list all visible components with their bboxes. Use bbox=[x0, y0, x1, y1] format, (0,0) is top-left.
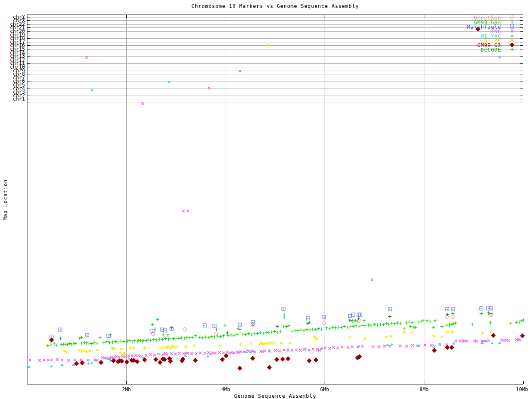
data-point: × bbox=[181, 209, 185, 213]
data-point: × bbox=[311, 347, 315, 351]
data-point: + bbox=[225, 331, 229, 335]
data-point bbox=[306, 317, 310, 320]
data-point: × bbox=[66, 358, 71, 362]
data-point bbox=[245, 350, 248, 353]
data-point: * bbox=[315, 338, 318, 342]
data-point: + bbox=[79, 335, 84, 340]
data-point bbox=[438, 343, 441, 345]
data-point bbox=[50, 365, 53, 367]
data-point: + bbox=[433, 319, 437, 323]
data-point: * bbox=[389, 335, 393, 339]
data-point: + bbox=[451, 312, 455, 316]
data-point: * bbox=[132, 347, 135, 351]
x-tick-label: 4Mb bbox=[217, 387, 235, 392]
data-point bbox=[390, 343, 394, 345]
data-point: * bbox=[288, 342, 292, 346]
legend-symbol: + bbox=[510, 20, 514, 24]
data-point: × bbox=[346, 345, 350, 350]
data-point: * bbox=[481, 332, 484, 336]
data-point: + bbox=[431, 325, 436, 330]
data-point bbox=[388, 308, 392, 311]
legend-symbol bbox=[510, 34, 514, 37]
data-point: × bbox=[360, 344, 365, 348]
data-point: * bbox=[363, 338, 367, 342]
data-point: * bbox=[65, 352, 68, 355]
data-point: + bbox=[155, 318, 160, 322]
data-point: * bbox=[113, 348, 117, 352]
data-point: * bbox=[280, 342, 283, 346]
data-point: * bbox=[184, 346, 187, 350]
data-point: + bbox=[348, 318, 352, 323]
data-point: * bbox=[192, 345, 196, 349]
data-point: × bbox=[518, 337, 522, 342]
data-point: + bbox=[521, 318, 525, 322]
data-point: × bbox=[263, 349, 267, 353]
data-point bbox=[27, 365, 31, 368]
data-point: + bbox=[236, 326, 240, 330]
data-point: × bbox=[371, 345, 375, 349]
data-point: × bbox=[350, 345, 354, 349]
data-point: × bbox=[294, 348, 298, 352]
data-point: × bbox=[335, 346, 340, 350]
data-point: * bbox=[432, 335, 436, 339]
data-point: * bbox=[446, 331, 449, 335]
legend-label: DeCODE bbox=[414, 47, 501, 53]
data-point: + bbox=[58, 336, 62, 340]
data-point: × bbox=[253, 350, 257, 354]
data-point: × bbox=[173, 352, 177, 356]
chart-title: Chromosome 10 Markers vs Genome Sequence… bbox=[27, 3, 523, 9]
x-tick-bottom bbox=[523, 381, 524, 384]
data-point bbox=[498, 341, 501, 344]
data-point: × bbox=[506, 338, 510, 342]
data-point bbox=[480, 341, 484, 344]
data-point bbox=[498, 55, 501, 58]
data-point bbox=[351, 313, 355, 317]
x-tick-label: 8Mb bbox=[415, 387, 433, 392]
data-point: × bbox=[475, 339, 479, 343]
data-point: * bbox=[218, 345, 222, 349]
data-point bbox=[167, 81, 171, 83]
data-point: × bbox=[186, 209, 190, 213]
data-point bbox=[249, 351, 253, 353]
data-point bbox=[203, 324, 207, 328]
data-point: * bbox=[410, 332, 414, 336]
data-point: * bbox=[451, 331, 454, 335]
data-point: × bbox=[278, 349, 282, 353]
data-point: + bbox=[428, 319, 432, 323]
legend-symbol: + bbox=[510, 47, 514, 52]
data-point: * bbox=[239, 344, 242, 347]
data-point: × bbox=[177, 351, 182, 355]
data-point: + bbox=[54, 343, 58, 347]
data-point: × bbox=[404, 344, 409, 348]
figure: Chromosome 10 Markers vs Genome Sequence… bbox=[0, 0, 532, 399]
data-point: + bbox=[362, 319, 366, 323]
data-point bbox=[322, 315, 326, 319]
data-point bbox=[304, 347, 307, 350]
data-point: + bbox=[235, 332, 239, 337]
data-point bbox=[386, 343, 389, 346]
data-point: + bbox=[95, 341, 99, 345]
data-point: × bbox=[377, 345, 381, 349]
data-point: * bbox=[348, 337, 352, 340]
data-point: × bbox=[423, 343, 427, 347]
data-point: + bbox=[399, 321, 403, 325]
data-point: * bbox=[143, 347, 146, 351]
data-point: + bbox=[287, 324, 291, 328]
data-point: * bbox=[96, 350, 99, 353]
data-point: + bbox=[98, 335, 102, 340]
data-point: * bbox=[384, 336, 388, 340]
data-point: * bbox=[123, 352, 127, 356]
data-point: × bbox=[340, 345, 344, 349]
data-point bbox=[320, 347, 324, 349]
data-point: + bbox=[414, 325, 418, 330]
data-point: * bbox=[267, 44, 270, 48]
data-point: + bbox=[193, 334, 197, 338]
data-point: + bbox=[319, 327, 323, 331]
data-point: + bbox=[222, 334, 226, 338]
data-point: + bbox=[166, 333, 170, 337]
data-point: + bbox=[223, 323, 227, 328]
data-point bbox=[452, 342, 455, 345]
data-point: × bbox=[60, 358, 64, 362]
data-point: + bbox=[169, 326, 173, 330]
data-point bbox=[85, 333, 89, 337]
